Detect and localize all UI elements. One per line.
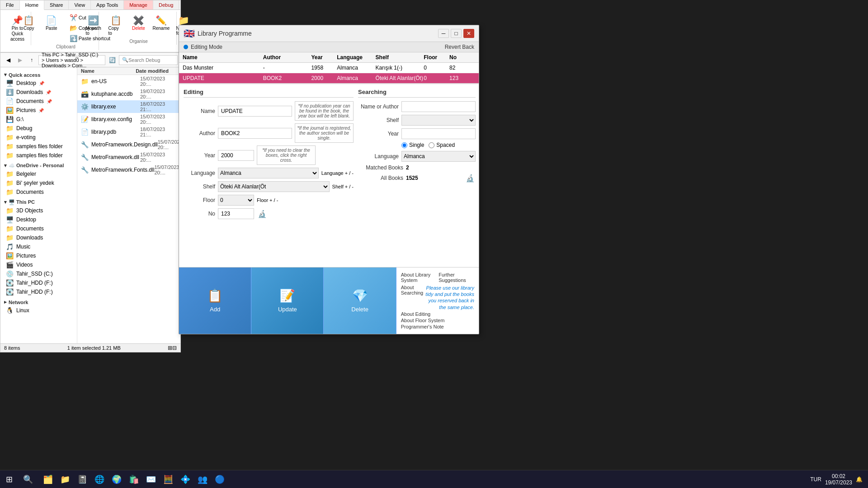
file-item-library-config[interactable]: 📝 library.exe.config 15/07/2023 20:...	[77, 113, 180, 126]
sidebar-item-downloads[interactable]: ⬇️ Downloads 📌	[0, 88, 77, 97]
taskbar-vs[interactable]: 💠	[177, 471, 193, 488]
minimize-button[interactable]: ─	[438, 29, 449, 38]
sidebar-item-tahir-hdd2[interactable]: 💽 Tahir_HDD (F:)	[0, 287, 77, 296]
search-language-select[interactable]: Almanca Türkçe İngilizce	[401, 151, 476, 162]
start-button[interactable]: ⊞	[0, 470, 18, 488]
update-button[interactable]: 📝 Update	[251, 267, 324, 334]
table-row-1[interactable]: Das Munster - 1958 Almanca Karışık 1(-) …	[179, 63, 479, 73]
search-shelf-select[interactable]: Öteki Alt Alanlar(Öt) Karışık 1(-)	[401, 115, 476, 126]
taskbar-onenote[interactable]: 📓	[74, 471, 90, 488]
tab-debug[interactable]: Debug	[153, 0, 179, 9]
programmers-note-link[interactable]: Programmer's Note	[401, 324, 444, 329]
up-button[interactable]: ↑	[27, 55, 37, 65]
radio-single-input[interactable]	[401, 142, 407, 148]
file-item-metro-dll[interactable]: 🔧 MetroFramework.dll 15/07/2023 20:...	[77, 151, 180, 164]
maximize-button[interactable]: □	[451, 29, 462, 38]
sidebar-section-this-pc[interactable]: ▾ 🖥️ This PC	[0, 197, 77, 206]
sidebar-item-evoting[interactable]: 📁 e-voting	[0, 133, 77, 142]
taskbar-ie[interactable]: 🌍	[108, 471, 125, 488]
sidebar-item-biseyler[interactable]: 📁 Bi' şeyler yedek	[0, 178, 77, 188]
close-button[interactable]: ✕	[463, 29, 474, 38]
move-to-button[interactable]: ➡️ Move to	[82, 13, 104, 38]
paste-button[interactable]: 📄 Paste	[41, 13, 62, 33]
radio-spaced[interactable]: Spaced	[429, 142, 455, 148]
file-item-library-pdb[interactable]: 📄 library.pdb 18/07/2023 21:...	[77, 126, 180, 138]
taskbar-search-icon[interactable]: 🔍	[20, 471, 36, 488]
sidebar-item-samples2[interactable]: 📁 samples files folder	[0, 151, 77, 160]
sidebar-item-gdrive[interactable]: 💾 G:\	[0, 115, 77, 124]
delete-action-button[interactable]: 💎 Delete	[324, 267, 396, 334]
sidebar-item-pc-documents[interactable]: 📁 Documents	[0, 224, 77, 233]
notification-icon[interactable]: 🔔	[856, 476, 863, 483]
file-item-metro-design[interactable]: 🔧 MetroFramework.Design.dll 15/07/2023 2…	[77, 138, 180, 151]
taskbar-teams[interactable]: 👥	[194, 471, 211, 488]
name-input[interactable]	[218, 106, 292, 117]
sidebar-item-documents[interactable]: 📄 Documents 📌	[0, 97, 77, 106]
no-input[interactable]	[218, 208, 254, 219]
tab-home[interactable]: Home	[20, 0, 44, 10]
tab-share[interactable]: Share	[44, 0, 69, 9]
sidebar-item-pictures[interactable]: 🖼️ Pictures 📌	[0, 106, 77, 115]
sidebar-item-pc-downloads[interactable]: 📁 Downloads	[0, 233, 77, 242]
sidebar-section-network[interactable]: ▸ Network	[0, 296, 77, 306]
sidebar-item-linux[interactable]: 🐧 Linux	[0, 306, 77, 315]
search-year-input[interactable]	[401, 128, 476, 139]
file-item-accdb[interactable]: 🗃️ kutuphane.accdb 19/07/2023 20:...	[77, 88, 180, 100]
copy-button[interactable]: 📋 Copy	[18, 13, 40, 33]
sidebar-item-onedrive-docs[interactable]: 📁 Documents	[0, 188, 77, 197]
sidebar-item-pc-desktop[interactable]: 🖥️ Desktop	[0, 215, 77, 224]
sidebar-item-tahir-ssd[interactable]: 💿 Tahir_SSD (C:)	[0, 269, 77, 278]
sidebar-item-samples1[interactable]: 📁 samples files folder	[0, 142, 77, 151]
sidebar-item-pc-pictures[interactable]: 🖼️ Pictures	[0, 251, 77, 260]
floor-select[interactable]: 0 1 2	[218, 195, 254, 206]
video-icon: 🎬	[6, 261, 14, 268]
taskbar-edge[interactable]: 🌐	[91, 471, 108, 488]
address-path[interactable]: This PC > Tahir_SSD (C:) > Users > wasd0…	[38, 55, 105, 65]
radio-single[interactable]: Single	[401, 142, 424, 148]
sidebar-item-desktop[interactable]: 🖥️ Desktop 📌	[0, 79, 77, 88]
year-input[interactable]	[218, 150, 254, 161]
taskbar-calc[interactable]: 🧮	[160, 471, 176, 488]
taskbar-file-explorer[interactable]: 📁	[57, 471, 73, 488]
sidebar-item-tahir-hdd1[interactable]: 💽 Tahir_HDD (F:)	[0, 278, 77, 287]
sidebar-item-3d-objects[interactable]: 📁 3D Objects	[0, 206, 77, 215]
name-or-author-input[interactable]	[401, 101, 476, 112]
taskbar-task-view[interactable]: 🗂️	[40, 471, 56, 488]
sidebar-section-onedrive[interactable]: ▾ ☁️ OneDrive - Personal	[0, 160, 77, 169]
sidebar-item-belgeler[interactable]: 📁 Belgeler	[0, 169, 77, 178]
add-button[interactable]: 📋 Add	[179, 267, 251, 334]
tab-file[interactable]: File	[0, 0, 20, 9]
file-item-en-us[interactable]: 📁 en-US 15/07/2023 20:...	[77, 75, 180, 88]
sidebar-item-videos[interactable]: 🎬 Videos	[0, 260, 77, 269]
file-item-library-exe[interactable]: ⚙️ library.exe 18/07/2023 21:...	[77, 100, 180, 113]
radio-spaced-input[interactable]	[429, 142, 434, 148]
table-row-2[interactable]: UPDATE BOOK2 2000 Almanca Öteki Alt Alan…	[179, 73, 479, 84]
sidebar-item-music[interactable]: 🎵 Music	[0, 242, 77, 251]
about-library-system-link[interactable]: About Library System	[401, 272, 439, 283]
taskbar-chrome[interactable]: 🔵	[212, 471, 228, 488]
shelf-select[interactable]: Öteki Alt Alanlar(Öt Karışık 1(-)	[218, 181, 330, 192]
tab-view[interactable]: View	[69, 0, 91, 9]
taskbar-mail[interactable]: ✉️	[143, 471, 159, 488]
back-button[interactable]: ◀	[3, 55, 13, 65]
author-input[interactable]	[218, 128, 292, 139]
about-searching-link[interactable]: About Searching	[401, 285, 424, 310]
file-item-metro-fonts[interactable]: 🔧 MetroFramework.Fonts.dll 15/07/2023 20…	[77, 164, 180, 176]
search-filter-icon[interactable]: 🔬	[465, 173, 476, 183]
refresh-button[interactable]: 🔄	[107, 55, 117, 65]
taskbar-store[interactable]: 🛍️	[126, 471, 142, 488]
sidebar-item-debug[interactable]: 📁 Debug	[0, 124, 77, 133]
about-editing-link[interactable]: About Editing	[401, 311, 430, 317]
rename-button[interactable]: ✏️ Rename	[150, 13, 172, 33]
tab-app-tools[interactable]: App Tools	[91, 0, 124, 9]
revert-back-button[interactable]: Revert Back	[445, 44, 474, 50]
forward-button[interactable]: ▶	[15, 55, 25, 65]
tab-manage[interactable]: Manage	[124, 0, 153, 9]
copy-to-button[interactable]: 📋 Copy to	[105, 13, 127, 38]
sidebar-section-quick-access[interactable]: ▾ Quick access	[0, 69, 77, 79]
language-select[interactable]: Almanca Türkçe İngilizce	[218, 168, 319, 178]
search-input[interactable]	[128, 57, 175, 63]
delete-button[interactable]: ✖️ Delete	[127, 13, 149, 33]
filter-icon[interactable]: 🔬	[257, 208, 268, 219]
about-floor-system-link[interactable]: About Floor System	[401, 318, 445, 323]
